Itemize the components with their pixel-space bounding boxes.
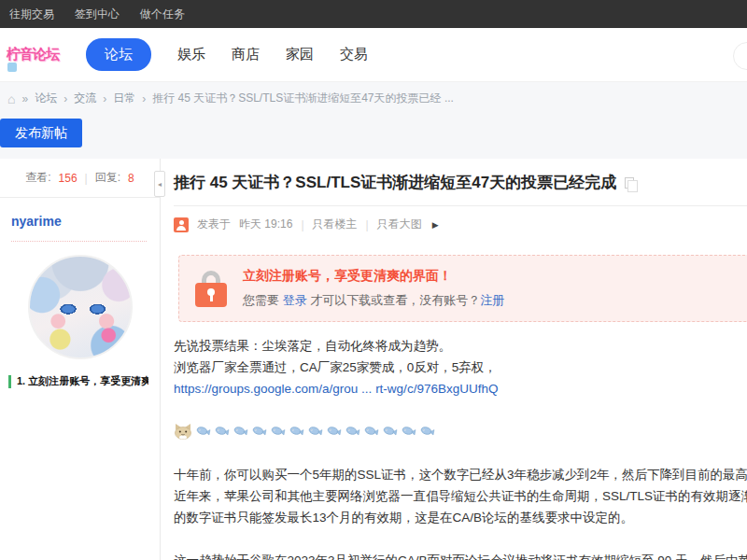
author-username-link[interactable]: nyarime xyxy=(11,214,62,229)
avatar[interactable] xyxy=(28,255,133,359)
attachment-note: 1. 立刻注册账号，享受更清爽的界面！ xyxy=(8,374,148,388)
only-images-link[interactable]: 只看大图 xyxy=(377,217,422,232)
green-marker xyxy=(8,375,11,388)
new-post-button[interactable]: 发布新帖 xyxy=(0,119,82,147)
only-author-link[interactable]: 只看楼主 xyxy=(313,217,358,232)
fish-icon xyxy=(364,426,379,438)
post-title-row: 推行 45 天证书？SSL/TLS证书渐进缩短至47天的投票已经完成 xyxy=(174,172,747,193)
meta-divider: | xyxy=(366,218,369,231)
content-line: 先说投票结果：尘埃落定，自动化终将成为趋势。 xyxy=(174,335,747,357)
fish-icon xyxy=(308,426,323,438)
fish-icon xyxy=(233,426,248,438)
fish-icon xyxy=(420,426,435,438)
next-thread-arrow-icon[interactable]: ▶ xyxy=(432,220,439,230)
replies-count: 8 xyxy=(128,172,134,185)
breadcrumb-item-forum[interactable]: 论坛 xyxy=(35,91,57,106)
replies-label: 回复: xyxy=(95,170,120,186)
tab-home[interactable]: 家园 xyxy=(286,46,314,63)
tab-trade[interactable]: 交易 xyxy=(340,46,368,63)
fish-icons xyxy=(196,426,435,438)
fish-icon xyxy=(215,426,230,438)
title-divider xyxy=(174,205,747,206)
content-line: https://groups.google.com/a/grou ... rt-… xyxy=(174,378,747,399)
posted-time: 昨天 19:16 xyxy=(239,217,292,232)
content-blank-line xyxy=(174,528,747,550)
alert-title: 立刻注册账号，享受更清爽的界面！ xyxy=(243,268,504,285)
cat-face-icon xyxy=(174,424,192,440)
fish-icon xyxy=(383,426,398,438)
views-count: 156 xyxy=(59,172,78,185)
site-logo-badge-icon xyxy=(7,63,17,72)
fish-icon xyxy=(289,426,304,438)
post-title: 推行 45 天证书？SSL/TLS证书渐进缩短至47天的投票已经完成 xyxy=(174,172,616,193)
poster-avatar-icon xyxy=(174,217,189,232)
main-nav: 柠音论坛 论坛 娱乐 商店 家园 交易 xyxy=(0,28,747,82)
content-line: 十年前，你可以购买一个5年期的SSL证书，这个数字已经从3年稳步减少到2年，然后… xyxy=(174,464,747,485)
breadcrumb-separator: » xyxy=(21,92,28,105)
breadcrumb: ⌂ » 论坛 › 交流 › 日常 › 推行 45 天证书？SSL/TLS证书渐进… xyxy=(7,91,747,106)
fish-icon xyxy=(327,426,342,438)
alert-text: 立刻注册账号，享受更清爽的界面！ 您需要 登录 才可以下载或查看，没有账号？注册 xyxy=(243,268,504,309)
post-meta: 发表于 昨天 19:16 | 只看楼主 | 只看大图 ▶ xyxy=(174,217,747,232)
fish-icon xyxy=(271,426,286,438)
fish-icon xyxy=(345,426,360,438)
emoji-row xyxy=(174,421,747,442)
thread-stats: 查看: 156 | 回复: 8 xyxy=(0,159,160,198)
breadcrumb-separator: › xyxy=(103,92,106,105)
content-line: 近年来，苹果公司和其他主要网络浏览器一直倡导缩短公共证书的生命周期，SSL/TL… xyxy=(174,485,747,507)
alert-line-mid: 才可以下载或查看，没有账号？ xyxy=(310,293,480,307)
sidebar-collapse-handle[interactable]: ◂ xyxy=(154,171,165,197)
top-utility-bar: 往期交易 签到中心 做个任务 xyxy=(0,0,747,28)
breadcrumb-separator: › xyxy=(63,92,67,105)
breadcrumb-item-daily[interactable]: 日常 xyxy=(113,91,135,106)
site-logo[interactable]: 柠音论坛 xyxy=(4,46,62,63)
content-line: 这一趋势始于谷歌在2023年3月初举行的CA/B面对面论坛会议推动将证书有效期缩… xyxy=(174,550,747,560)
content-line: 浏览器厂家全票通过，CA厂家25家赞成，0反对，5弃权， xyxy=(174,357,747,378)
posted-label: 发表于 xyxy=(197,217,231,232)
tab-shop[interactable]: 商店 xyxy=(232,46,260,63)
thread-panel: ◂ 查看: 156 | 回复: 8 nyarime 1. 立刻注册账号，享受更清… xyxy=(0,159,747,560)
topbar-link-checkin[interactable]: 签到中心 xyxy=(75,7,120,22)
author-card: nyarime 1. 立刻注册账号，享受更清爽的界面！ xyxy=(0,198,160,388)
post-main: 推行 45 天证书？SSL/TLS证书渐进缩短至47天的投票已经完成 发表于 昨… xyxy=(161,159,747,560)
content-blank-line xyxy=(174,442,747,464)
topbar-link-past-trades[interactable]: 往期交易 xyxy=(9,7,54,22)
collapse-arrow-icon: ◂ xyxy=(158,180,162,189)
register-link[interactable]: 注册 xyxy=(480,293,504,307)
topbar-link-tasks[interactable]: 做个任务 xyxy=(140,7,185,22)
content-blank-line xyxy=(174,399,747,421)
tab-forum[interactable]: 论坛 xyxy=(86,38,151,71)
views-label: 查看: xyxy=(25,170,50,186)
fish-icon xyxy=(252,426,267,438)
home-icon[interactable]: ⌂ xyxy=(7,92,15,105)
tab-entertainment[interactable]: 娱乐 xyxy=(177,46,205,63)
breadcrumb-current: 推行 45 天证书？SSL/TLS证书渐进缩短至47天的投票已经 ... xyxy=(152,91,454,106)
breadcrumb-item-exchange[interactable]: 交流 xyxy=(74,91,96,106)
login-link[interactable]: 登录 xyxy=(283,293,307,307)
fish-icon xyxy=(402,426,416,438)
fish-icon xyxy=(196,426,211,438)
stats-divider: | xyxy=(85,172,88,185)
content-line: 的数字证书只能签发最长13个月的有效期，这是在CA/B论坛的基线要求中设定的。 xyxy=(174,507,747,528)
site-logo-text: 柠音论坛 xyxy=(4,46,62,63)
nav-tabs: 论坛 娱乐 商店 家园 交易 xyxy=(75,38,368,71)
google-groups-link[interactable]: https://groups.google.com/a/grou ... rt-… xyxy=(174,382,498,396)
copy-icon[interactable] xyxy=(625,177,634,189)
attachment-note-text: 1. 立刻注册账号，享受更清爽的界面！ xyxy=(17,374,148,388)
alert-line-pre: 您需要 xyxy=(243,293,279,307)
author-divider xyxy=(11,241,147,242)
post-content: 先说投票结果：尘埃落定，自动化终将成为趋势。 浏览器厂家全票通过，CA厂家25家… xyxy=(174,335,747,560)
meta-divider: | xyxy=(301,218,303,231)
author-sidebar: ◂ 查看: 156 | 回复: 8 nyarime 1. 立刻注册账号，享受更清… xyxy=(0,159,161,560)
breadcrumb-separator: › xyxy=(142,92,146,105)
alert-line: 您需要 登录 才可以下载或查看，没有账号？注册 xyxy=(243,292,504,309)
lock-icon xyxy=(194,271,228,307)
register-alert: 立刻注册账号，享受更清爽的界面！ 您需要 登录 才可以下载或查看，没有账号？注册… xyxy=(178,255,747,322)
